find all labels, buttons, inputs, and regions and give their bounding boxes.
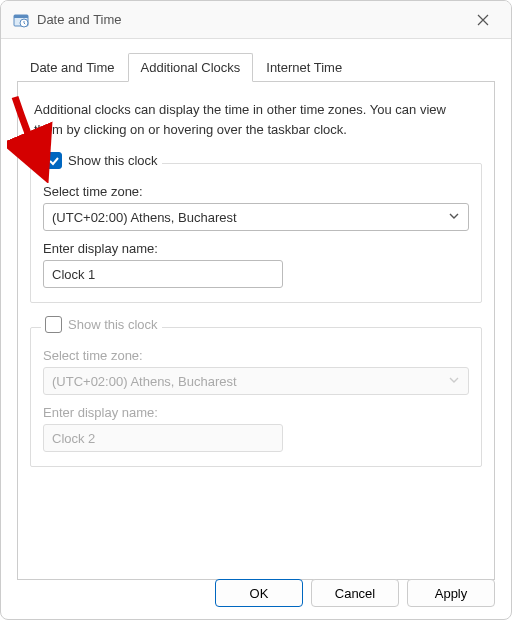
ok-button[interactable]: OK (215, 579, 303, 607)
tab-additional-clocks[interactable]: Additional Clocks (128, 53, 254, 82)
tab-panel-additional-clocks: Additional clocks can display the time i… (17, 82, 495, 580)
clock2-show-label: Show this clock (68, 317, 158, 332)
dialog-buttons: OK Cancel Apply (215, 579, 495, 607)
clock1-tz-value: (UTC+02:00) Athens, Bucharest (52, 210, 237, 225)
dialog-window: Date and Time Date and Time Additional C… (0, 0, 512, 620)
clock2-checkbox-row: Show this clock (41, 316, 162, 333)
clock1-tz-select[interactable]: (UTC+02:00) Athens, Bucharest (43, 203, 469, 231)
clock1-name-input[interactable]: Clock 1 (43, 260, 283, 288)
clock2-tz-select: (UTC+02:00) Athens, Bucharest (43, 367, 469, 395)
svg-rect-1 (14, 15, 28, 18)
date-time-icon (13, 12, 29, 28)
clock2-tz-label: Select time zone: (43, 348, 469, 363)
chevron-down-icon (448, 374, 460, 389)
tab-strip: Date and Time Additional Clocks Internet… (17, 53, 495, 82)
clock1-show-checkbox[interactable] (45, 152, 62, 169)
clock2-tz-value: (UTC+02:00) Athens, Bucharest (52, 374, 237, 389)
clock1-name-label: Enter display name: (43, 241, 469, 256)
clock1-checkbox-row: Show this clock (41, 152, 162, 169)
chevron-down-icon (448, 210, 460, 225)
tab-date-and-time[interactable]: Date and Time (17, 53, 128, 82)
clock2-name-value: Clock 2 (52, 431, 95, 446)
clock1-show-label: Show this clock (68, 153, 158, 168)
close-button[interactable] (467, 4, 499, 36)
tab-internet-time[interactable]: Internet Time (253, 53, 355, 82)
clock2-name-label: Enter display name: (43, 405, 469, 420)
clock2-show-checkbox[interactable] (45, 316, 62, 333)
apply-button[interactable]: Apply (407, 579, 495, 607)
clock1-name-value: Clock 1 (52, 267, 95, 282)
content-area: Date and Time Additional Clocks Internet… (1, 39, 511, 580)
clock1-tz-label: Select time zone: (43, 184, 469, 199)
clock2-group: Show this clock Select time zone: (UTC+0… (30, 327, 482, 467)
description-text: Additional clocks can display the time i… (34, 100, 478, 139)
clock2-name-input: Clock 2 (43, 424, 283, 452)
clock1-group: Show this clock Select time zone: (UTC+0… (30, 163, 482, 303)
cancel-button[interactable]: Cancel (311, 579, 399, 607)
window-title: Date and Time (37, 12, 467, 27)
titlebar: Date and Time (1, 1, 511, 39)
